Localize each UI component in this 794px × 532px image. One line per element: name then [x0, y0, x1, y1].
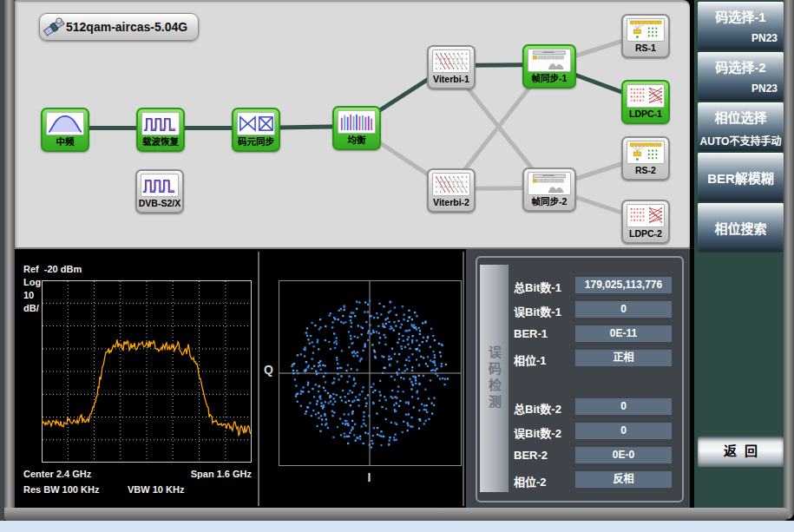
ber-vertical-tab: 误码检测 — [480, 265, 509, 492]
scale-label-10: 10 — [23, 290, 34, 300]
ber-row-value-0: 179,025,113,776 — [575, 277, 672, 293]
node-junheng[interactable]: 均衡 — [332, 106, 381, 150]
satellite-icon — [43, 16, 65, 38]
window-frame-bottom — [4, 508, 790, 521]
spectrum-grid — [42, 280, 252, 463]
rs-icon — [627, 18, 665, 42]
display-divider-1 — [258, 252, 259, 506]
node-ldpc2[interactable]: LDPC-2 — [621, 200, 670, 244]
ber-row-label-4: 总Bit数-2 — [514, 400, 561, 417]
softkey-2[interactable]: 码选择-2PN23 — [698, 52, 784, 100]
ldpc-icon — [627, 84, 665, 108]
framesync-icon — [528, 172, 571, 195]
signal-chain-panel: 中频载波恢复码元同步均衡DVB-S2/XViterbi-1帧同步-1RS-1LD… — [15, 0, 690, 251]
node-label-zhongpin: 中频 — [43, 135, 88, 148]
node-label-rs2: RS-2 — [623, 164, 668, 177]
softkey-3[interactable]: 相位选择AUTO不支持手动 — [698, 102, 784, 150]
softkey-sublabel: PN23 — [698, 25, 784, 44]
node-label-rs1: RS-1 — [623, 42, 668, 55]
ber-row-value-1: 0 — [575, 301, 672, 318]
node-label-viterbi2: Viterbi-2 — [429, 196, 474, 209]
softkey-sublabel: PN23 — [698, 76, 784, 95]
back-button[interactable]: 返回 — [698, 436, 784, 467]
node-label-zhen1: 帧同步-1 — [524, 72, 574, 85]
spectrum-icon — [46, 112, 84, 135]
ldpc-icon — [627, 204, 665, 227]
center-freq-label: Center 2.4 GHz — [23, 469, 91, 479]
node-zhongpin[interactable]: 中频 — [41, 108, 89, 152]
ber-row-value-5: 0 — [575, 423, 672, 439]
node-zaibo[interactable]: 载波恢复 — [136, 108, 185, 152]
ber-row-label-6: BER-2 — [514, 449, 548, 462]
squarewave-icon — [141, 174, 179, 197]
equalizer-icon — [338, 110, 376, 134]
softkey-label: 码选择-2 — [698, 52, 784, 76]
node-label-mayuan: 码元同步 — [233, 135, 279, 148]
ber-row-value-7: 反相 — [575, 471, 672, 488]
softkey-label: 相位搜索 — [698, 203, 784, 237]
node-zhen2[interactable]: 帧同步-2 — [522, 167, 576, 212]
ber-row-label-7: 相位-2 — [514, 473, 547, 489]
node-label-ldpc2: LDPC-2 — [623, 227, 668, 240]
scale-label-db: dB/ — [23, 303, 39, 313]
softkey-label: BER解模糊 — [698, 153, 784, 187]
ber-monitor-panel: 误码检测 总Bit数-1179,025,113,776误Bit数-10BER-1… — [466, 249, 690, 508]
vbw-label: VBW 10 KHz — [128, 484, 184, 495]
node-rs2[interactable]: RS-2 — [621, 136, 670, 181]
i-axis-label: I — [279, 470, 460, 484]
ber-row-label-1: 误Bit数-1 — [514, 303, 561, 319]
constellation-display: Q I — [260, 252, 463, 506]
signal-preset-label: 512qam-aircas-5.04G — [66, 20, 187, 34]
ref-level-label: Ref -20 dBm — [23, 264, 82, 274]
framesync-icon — [528, 49, 571, 72]
ber-vertical-label: 误码检测 — [485, 345, 503, 411]
softkey-label: 码选择-1 — [698, 2, 784, 25]
softkey-label: 相位选择 — [698, 102, 784, 126]
squarewave-icon — [141, 112, 180, 135]
demodulator-app: { "window": { "title_button": { "label":… — [0, 0, 794, 532]
node-zhen1[interactable]: 帧同步-1 — [522, 44, 576, 89]
node-ldpc1[interactable]: LDPC-1 — [621, 80, 670, 124]
spectrum-analyzer: Ref -20 dBm Log 10 dB/ Center 2.4 GHz Sp… — [15, 252, 258, 506]
window-frame-left — [4, 0, 15, 519]
scale-label-log: Log — [23, 277, 41, 287]
ber-row-value-4: 0 — [575, 398, 672, 415]
node-mayuan[interactable]: 码元同步 — [232, 108, 280, 152]
softkey-sidebar: 码选择-1PN23码选择-2PN23相位选择AUTO不支持手动BER解模糊相位搜… — [694, 0, 784, 508]
node-viterbi1[interactable]: Viterbi-1 — [427, 45, 476, 89]
ber-row-value-3: 正相 — [575, 350, 672, 366]
softkey-5[interactable]: 相位搜索 — [698, 203, 784, 251]
trellis-icon — [432, 49, 470, 73]
eye-icon — [237, 112, 275, 135]
node-dvb[interactable]: DVB-S2/X — [135, 169, 184, 213]
display-divider-2 — [463, 252, 464, 506]
ber-row-label-3: 相位-1 — [514, 351, 547, 368]
ber-row-value-2: 0E-11 — [575, 325, 672, 342]
q-axis-label: Q — [264, 363, 273, 377]
span-label: Span 1.6 GHz — [154, 469, 252, 479]
node-label-ldpc1: LDPC-1 — [623, 108, 668, 121]
desktop-strip — [0, 521, 794, 532]
ber-row-label-5: 误Bit数-2 — [514, 424, 561, 441]
ber-row-value-6: 0E-0 — [575, 447, 672, 463]
node-viterbi2[interactable]: Viterbi-2 — [427, 168, 476, 213]
softkey-1[interactable]: 码选择-1PN23 — [698, 2, 784, 49]
trellis-icon — [432, 173, 470, 196]
window-frame-right — [783, 0, 794, 519]
constellation-box — [279, 280, 462, 466]
softkey-4[interactable]: BER解模糊 — [698, 153, 784, 200]
node-rs1[interactable]: RS-1 — [621, 14, 670, 58]
node-label-zhen2: 帧同步-2 — [524, 195, 574, 208]
ber-row-label-0: 总Bit数-1 — [514, 279, 561, 295]
node-label-viterbi1: Viterbi-1 — [429, 73, 474, 86]
signal-preset-button[interactable]: 512qam-aircas-5.04G — [39, 13, 199, 41]
ber-row-label-2: BER-1 — [514, 327, 548, 340]
rbw-label: Res BW 100 KHz — [23, 484, 99, 495]
node-label-junheng: 均衡 — [334, 134, 379, 147]
node-label-dvb: DVB-S2/X — [137, 197, 182, 210]
rs-icon — [627, 141, 665, 164]
softkey-sublabel: AUTO不支持手动 — [698, 126, 784, 148]
node-label-zaibo: 载波恢复 — [138, 135, 183, 148]
